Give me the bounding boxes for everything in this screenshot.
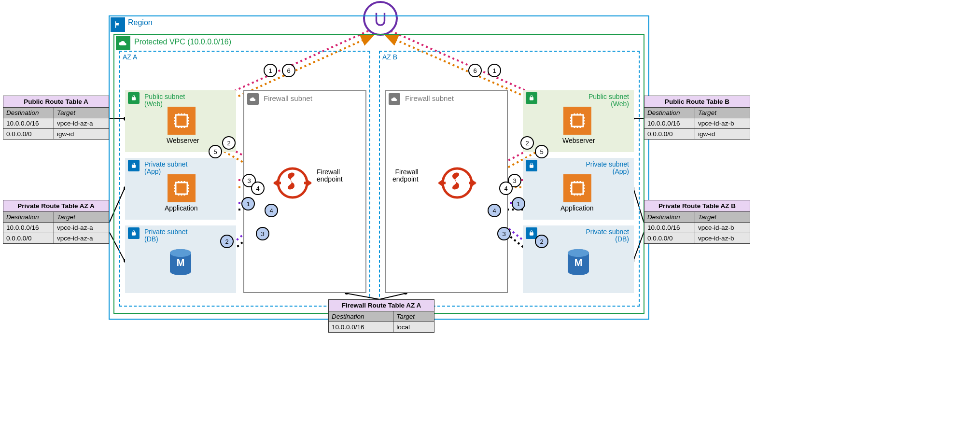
table-row: 10.0.0.0/16vpce-id-az-a [3,118,109,129]
webserver-label: Webserver [562,137,595,144]
firewall-route-table-a: Firewall Route Table AZ A DestinationTar… [328,299,434,333]
step-6: 6 [282,64,295,77]
table-row: 0.0.0.0/0vpce-id-az-b [644,233,750,244]
svg-rect-9 [176,182,187,194]
table-row: 10.0.0.0/16local [329,322,434,333]
svg-rect-18 [572,182,583,194]
col-destination: Destination [329,311,393,322]
svg-point-12 [170,267,191,275]
app-subnet-title: Private subnet [144,160,188,168]
private-subnet-app-b: Private subnet(App) Application [523,158,634,220]
az-a-label: AZ A [123,53,137,61]
firewall-subnet-b: Firewall subnet Firewallendpoint [385,90,508,293]
step-blue-3: 3 [497,227,511,240]
application-label: Application [165,204,198,212]
lock-icon [128,160,140,171]
az-b-label: AZ B [382,53,397,61]
table-title: Public Route Table B [644,96,750,107]
col-target: Target [695,212,750,223]
fw-endpoint-label1: Firewall [395,168,418,176]
app-subnet-title: Private subnet [586,160,630,168]
table-row: 0.0.0.0/0igw-id [3,129,109,140]
step-blue-4: 4 [488,204,501,217]
svg-point-22 [568,249,589,257]
step-5: 5 [209,145,222,158]
table-row: 0.0.0.0/0igw-id [644,129,750,140]
db-subnet-subtitle: (DB) [144,235,158,243]
cloud-lock-icon [247,93,259,105]
step-blue-2: 2 [220,235,234,248]
step-blue-3: 3 [256,227,269,240]
step-5: 5 [535,145,548,158]
ec2-application-icon [168,174,196,202]
fw-endpoint-label2: endpoint [392,175,419,183]
table-row: 0.0.0.0/0vpce-id-az-a [3,233,109,244]
ec2-webserver-icon [168,107,196,135]
application-label: Application [560,204,594,212]
svg-text:M: M [574,257,583,268]
private-route-table-a: Private Route Table AZ A DestinationTarg… [3,200,109,244]
fw-endpoint-label1: Firewall [317,168,340,176]
lock-icon [526,160,537,171]
db-subnet-subtitle: (DB) [615,235,629,243]
firewall-subnet-title: Firewall subnet [405,94,454,102]
region-label: Region [128,18,153,27]
db-subnet-title: Private subnet [586,228,630,236]
svg-text:M: M [177,257,185,268]
step-blue-1: 1 [512,197,525,210]
col-target: Target [393,311,434,322]
private-subnet-app-a: Private subnet(App) Application [125,158,236,220]
svg-point-13 [170,249,191,257]
public-subnet-subtitle: (Web) [144,100,163,108]
step-blue-2: 2 [535,235,548,248]
firewall-endpoint-icon [438,164,476,202]
col-destination: Destination [644,212,695,223]
svg-rect-17 [572,115,583,126]
fw-endpoint-label2: endpoint [317,175,343,183]
step-1: 1 [488,64,501,77]
public-subnet-title: Public subnet [144,93,185,100]
private-subnet-db-a: Private subnet(DB) M [125,225,236,293]
col-target: Target [54,108,109,118]
table-title: Private Route Table AZ A [3,200,109,211]
step-2: 2 [222,136,236,150]
firewall-subnet-title: Firewall subnet [264,94,312,102]
table-row: 10.0.0.0/16vpce-id-az-b [644,223,750,233]
vpc-label: Protected VPC (10.0.0.0/16) [134,38,231,46]
table-title: Firewall Route Table AZ A [328,299,434,311]
lock-icon [526,92,537,104]
lock-icon [128,227,140,239]
database-icon: M [168,249,193,276]
app-subnet-subtitle: (App) [144,168,161,175]
lock-icon [128,92,140,104]
public-subnet-a: Public subnet(Web) Webserver [125,90,236,152]
public-route-table-a: Public Route Table A DestinationTarget 1… [3,96,109,140]
table-title: Private Route Table AZ B [644,200,750,211]
ec2-webserver-icon [563,107,591,135]
firewall-endpoint-icon [273,164,312,202]
step-6: 6 [468,64,482,77]
database-icon: M [566,249,590,276]
col-target: Target [54,212,109,223]
col-destination: Destination [3,212,54,223]
public-route-table-b: Public Route Table B DestinationTarget 1… [644,96,750,140]
svg-rect-8 [176,115,187,126]
ec2-application-icon [563,174,591,202]
table-row: 10.0.0.0/16vpce-id-az-b [644,118,750,129]
step-blue-1: 1 [241,197,255,210]
public-subnet-subtitle: (Web) [611,100,629,108]
step-blue-4: 4 [265,204,278,217]
col-destination: Destination [644,108,695,118]
public-subnet-b: Public subnet(Web) Webserver [523,90,634,152]
table-title: Public Route Table A [3,96,109,107]
step-4: 4 [499,182,513,195]
step-4: 4 [251,182,265,195]
webserver-label: Webserver [167,137,199,144]
db-subnet-title: Private subnet [144,228,188,236]
public-subnet-title: Public subnet [588,93,629,100]
table-row: 10.0.0.0/16vpce-id-az-a [3,223,109,233]
col-target: Target [695,108,750,118]
step-1: 1 [264,64,277,77]
private-route-table-b: Private Route Table AZ B DestinationTarg… [644,200,750,244]
app-subnet-subtitle: (App) [613,168,629,175]
